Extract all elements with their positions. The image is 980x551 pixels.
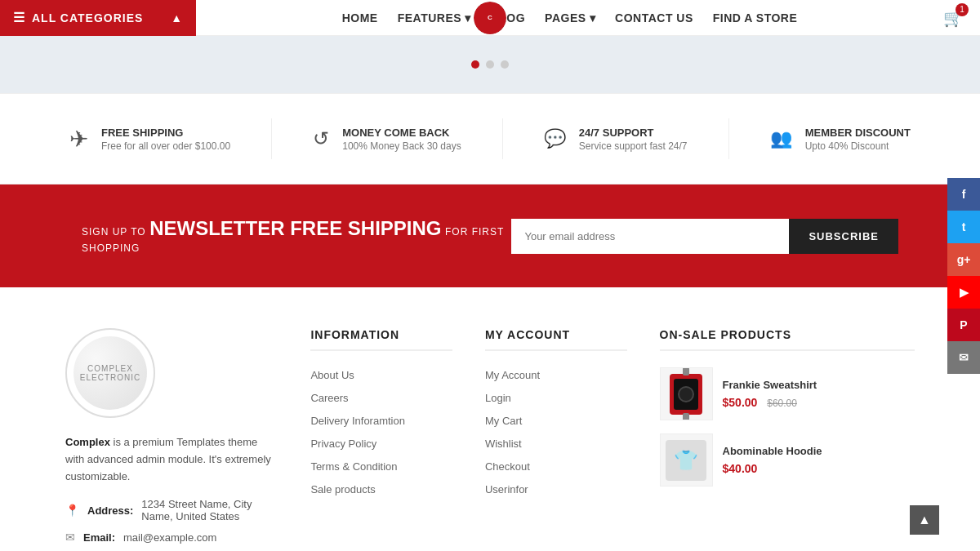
account-col-title: MY ACCOUNT bbox=[485, 328, 627, 351]
product-name-2[interactable]: Abominable Hoodie bbox=[723, 445, 822, 457]
twitter-button[interactable]: t bbox=[947, 211, 980, 243]
contact-address: 📍 Address: 1234 Street Name, City Name, … bbox=[65, 498, 278, 522]
link-login[interactable]: Login bbox=[485, 392, 511, 404]
list-item: Checkout bbox=[485, 459, 627, 473]
logo-subtext: ELECTRONIC bbox=[80, 373, 140, 382]
feature-discount: 👥 MEMBER DISCOUNT Upto 40% Discount bbox=[770, 127, 911, 152]
email-label: Email: bbox=[83, 531, 115, 544]
product-thumb-1 bbox=[660, 367, 713, 420]
product-price-value-2: $40.00 bbox=[723, 462, 758, 475]
nav-pages[interactable]: PAGES ▾ bbox=[545, 11, 595, 24]
link-careers[interactable]: Careers bbox=[310, 392, 348, 404]
discount-title: MEMBER DISCOUNT bbox=[805, 127, 911, 139]
product-name-1[interactable]: Frankie Sweatshirt bbox=[723, 379, 817, 391]
logo-image: C bbox=[474, 2, 506, 34]
scroll-to-top-button[interactable]: ▲ bbox=[910, 505, 939, 535]
link-checkout[interactable]: Checkout bbox=[485, 460, 530, 473]
nav-features[interactable]: FEATURES ▾ bbox=[398, 11, 471, 24]
product-price-1: $50.00 $60.00 bbox=[723, 396, 817, 409]
moneyback-text: MONEY COME BACK 100% Money Back 30 days bbox=[342, 127, 461, 152]
facebook-button[interactable]: f bbox=[947, 178, 980, 211]
discount-desc: Upto 40% Discount bbox=[805, 140, 911, 152]
nav-right: 🛒 1 bbox=[943, 8, 980, 28]
link-sale[interactable]: Sale products bbox=[310, 483, 376, 495]
slider-dot-3[interactable] bbox=[501, 60, 509, 69]
nav-contact[interactable]: CONTACT US bbox=[615, 11, 693, 24]
link-terms[interactable]: Terms & Condition bbox=[310, 460, 397, 473]
newsletter-text: SIGN UP TO NEWSLETTER FREE SHIPPING FOR … bbox=[82, 217, 511, 255]
feature-support: 💬 24/7 SUPPORT Service support fast 24/7 bbox=[544, 127, 688, 152]
email-icon: ✉ bbox=[65, 531, 75, 544]
discount-text: MEMBER DISCOUNT Upto 40% Discount bbox=[805, 127, 911, 152]
nav-home[interactable]: HOME bbox=[342, 11, 378, 24]
features-dropdown-icon: ▾ bbox=[465, 11, 471, 24]
cart-badge: 1 bbox=[956, 3, 969, 16]
product-price-2: $40.00 bbox=[723, 462, 822, 475]
footer-account-column: MY ACCOUNT My Account Login My Cart Wish… bbox=[485, 328, 627, 496]
cart-button[interactable]: 🛒 1 bbox=[943, 8, 964, 28]
support-title: 24/7 SUPPORT bbox=[579, 127, 688, 139]
product-thumb-2: 👕 bbox=[660, 433, 713, 487]
shipping-title: FREE SHIPPING bbox=[101, 127, 230, 139]
link-userinfor[interactable]: Userinfor bbox=[485, 483, 528, 495]
newsletter-big-text: NEWSLETTER FREE SHIPPING bbox=[149, 217, 441, 239]
link-privacy[interactable]: Privacy Policy bbox=[310, 438, 376, 450]
list-item: My Cart bbox=[485, 413, 627, 428]
hero-slider-dots bbox=[0, 36, 980, 93]
brand-name: Complex bbox=[65, 436, 110, 448]
subscribe-button[interactable]: SUBSCRIBE bbox=[789, 219, 898, 254]
social-sidebar: f t g+ ▶ P ✉ bbox=[947, 178, 980, 374]
email-button[interactable]: ✉ bbox=[947, 341, 980, 374]
list-item: Delivery Inforamtion bbox=[310, 413, 452, 428]
link-my-account[interactable]: My Account bbox=[485, 369, 540, 381]
moneyback-icon: ↺ bbox=[313, 127, 329, 150]
link-my-cart[interactable]: My Cart bbox=[485, 415, 523, 427]
product-price-value-1: $50.00 bbox=[723, 396, 758, 409]
all-categories-button[interactable]: ☰ ALL CATEGORIES ▲ bbox=[0, 0, 196, 36]
info-col-title: INFORMATION bbox=[310, 328, 452, 351]
footer-products-column: ON-SALE PRODUCTS Frankie Sweatshirt $50.… bbox=[660, 328, 915, 500]
nav-bar: ☰ ALL CATEGORIES ▲ HOME FEATURES ▾ BLOG … bbox=[0, 0, 980, 36]
list-item: Login bbox=[485, 390, 627, 405]
email-value: mail@example.com bbox=[123, 531, 216, 544]
newsletter-pre-text: SIGN UP TO bbox=[82, 226, 146, 238]
contact-email: ✉ Email: mail@example.com bbox=[65, 531, 278, 544]
nav-find-store[interactable]: FIND A STORE bbox=[713, 11, 798, 24]
shipping-text: FREE SHIPPING Free for all over oder $10… bbox=[101, 127, 230, 152]
location-icon: 📍 bbox=[65, 504, 79, 517]
list-item: My Account bbox=[485, 367, 627, 382]
hamburger-icon: ☰ bbox=[13, 10, 25, 25]
footer-description: Complex is a premium Templates theme wit… bbox=[65, 434, 278, 485]
list-item: Userinfor bbox=[485, 482, 627, 496]
youtube-button[interactable]: ▶ bbox=[947, 276, 980, 309]
link-about-us[interactable]: About Us bbox=[310, 369, 354, 381]
logo-center: C bbox=[474, 2, 506, 34]
feature-moneyback: ↺ MONEY COME BACK 100% Money Back 30 day… bbox=[313, 127, 461, 152]
features-bar: ✈ FREE SHIPPING Free for all over oder $… bbox=[0, 93, 980, 184]
moneyback-desc: 100% Money Back 30 days bbox=[342, 140, 461, 152]
newsletter-section: SIGN UP TO NEWSLETTER FREE SHIPPING FOR … bbox=[0, 184, 980, 287]
pinterest-button[interactable]: P bbox=[947, 309, 980, 341]
support-icon: 💬 bbox=[544, 128, 566, 149]
product-item-1: Frankie Sweatshirt $50.00 $60.00 bbox=[660, 367, 915, 420]
product-old-price-1: $60.00 bbox=[767, 398, 797, 409]
newsletter-email-input[interactable] bbox=[511, 219, 789, 254]
google-plus-button[interactable]: g+ bbox=[947, 243, 980, 276]
footer-info-column: INFORMATION About Us Careers Delivery In… bbox=[310, 328, 452, 496]
footer-logo: COMPLEX ELECTRONIC bbox=[65, 328, 155, 418]
watch-face-inner bbox=[678, 386, 694, 402]
newsletter-form: SUBSCRIBE bbox=[511, 219, 898, 254]
list-item: About Us bbox=[310, 367, 452, 382]
product-item-2: 👕 Abominable Hoodie $40.00 bbox=[660, 433, 915, 487]
link-wishlist[interactable]: Wishlist bbox=[485, 438, 522, 450]
info-link-list: About Us Careers Delivery Inforamtion Pr… bbox=[310, 367, 452, 496]
main-nav: HOME FEATURES ▾ BLOG C PAGES ▾ CONTACT U… bbox=[196, 11, 943, 24]
link-delivery[interactable]: Delivery Inforamtion bbox=[310, 415, 405, 427]
products-col-title: ON-SALE PRODUCTS bbox=[660, 328, 915, 351]
slider-dot-2[interactable] bbox=[486, 60, 494, 69]
slider-dot-1[interactable] bbox=[471, 60, 479, 69]
support-text: 24/7 SUPPORT Service support fast 24/7 bbox=[579, 127, 688, 152]
feature-shipping: ✈ FREE SHIPPING Free for all over oder $… bbox=[69, 126, 230, 153]
shipping-desc: Free for all over oder $100.00 bbox=[101, 140, 230, 152]
account-link-list: My Account Login My Cart Wishlist Checko… bbox=[485, 367, 627, 496]
